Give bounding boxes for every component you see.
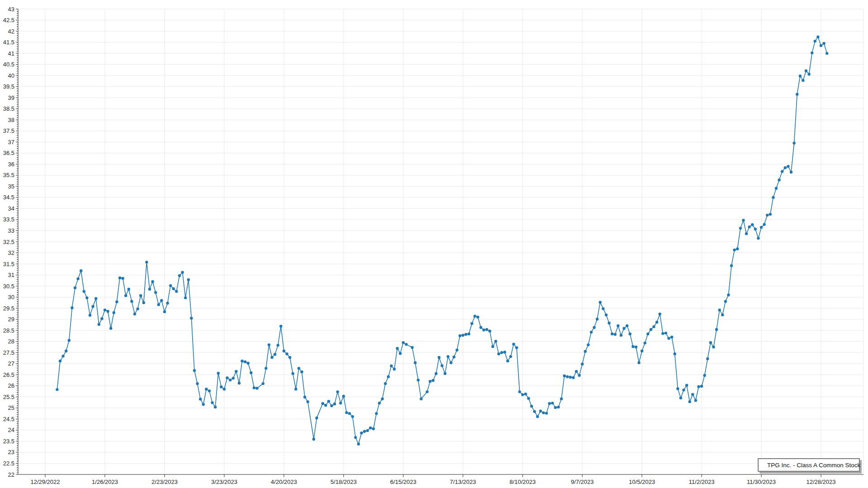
svg-text:11/30/2023: 11/30/2023 [747, 479, 776, 485]
svg-text:41: 41 [8, 50, 14, 57]
price-series-line [57, 37, 827, 444]
svg-text:11/2/2023: 11/2/2023 [689, 479, 715, 485]
legend-label: TPG Inc. - Class A Common Stock [767, 462, 860, 469]
y-axis-ticks [16, 9, 18, 474]
y-axis-labels: 4342.54241.54140.54039.53938.53837.53736… [3, 6, 14, 478]
svg-text:28: 28 [8, 338, 14, 345]
svg-text:24: 24 [8, 427, 14, 433]
svg-text:25.5: 25.5 [3, 394, 14, 400]
svg-text:34: 34 [8, 205, 14, 212]
svg-text:29.5: 29.5 [3, 305, 14, 312]
svg-text:31.5: 31.5 [3, 261, 14, 267]
svg-text:1/26/2023: 1/26/2023 [92, 479, 118, 485]
svg-text:36.5: 36.5 [3, 150, 14, 156]
svg-text:27.5: 27.5 [3, 349, 14, 356]
svg-text:22: 22 [8, 471, 14, 478]
svg-text:24.5: 24.5 [3, 416, 14, 422]
legend-box[interactable]: TPG Inc. - Class A Common Stock [758, 458, 860, 472]
svg-text:30.5: 30.5 [3, 283, 14, 290]
svg-text:33.5: 33.5 [3, 216, 14, 223]
svg-text:32.5: 32.5 [3, 239, 14, 245]
svg-text:3/23/2023: 3/23/2023 [211, 479, 237, 485]
svg-text:31: 31 [8, 272, 14, 278]
svg-text:12/28/2023: 12/28/2023 [806, 479, 835, 485]
svg-text:43: 43 [8, 6, 14, 13]
svg-text:32: 32 [8, 249, 14, 256]
svg-text:42.5: 42.5 [3, 17, 14, 23]
svg-text:42: 42 [8, 28, 14, 35]
svg-text:8/10/2023: 8/10/2023 [509, 479, 536, 485]
svg-text:40: 40 [8, 72, 14, 79]
svg-text:40.5: 40.5 [3, 61, 14, 68]
svg-text:36: 36 [8, 161, 14, 168]
svg-text:38: 38 [8, 117, 14, 123]
svg-text:25: 25 [8, 404, 14, 411]
svg-text:10/5/2023: 10/5/2023 [629, 479, 655, 485]
horizontal-gridlines [18, 9, 863, 463]
svg-text:34.5: 34.5 [3, 194, 14, 201]
svg-text:35.5: 35.5 [3, 172, 14, 178]
x-axis-ticks [45, 474, 821, 477]
svg-text:2/23/2023: 2/23/2023 [151, 479, 178, 485]
chart-window: 4342.54241.54140.54039.53938.53837.53736… [0, 0, 868, 488]
svg-text:30: 30 [8, 294, 14, 300]
svg-text:23.5: 23.5 [3, 438, 14, 445]
svg-text:26: 26 [8, 382, 14, 389]
svg-text:38.5: 38.5 [3, 105, 14, 112]
svg-text:5/18/2023: 5/18/2023 [330, 479, 357, 485]
svg-text:35: 35 [8, 183, 14, 190]
svg-text:28.5: 28.5 [3, 327, 14, 334]
svg-text:7/13/2023: 7/13/2023 [450, 479, 476, 485]
svg-text:6/15/2023: 6/15/2023 [390, 479, 416, 485]
svg-text:29: 29 [8, 316, 14, 323]
svg-text:39.5: 39.5 [3, 83, 14, 90]
svg-text:33: 33 [8, 227, 14, 234]
price-series-markers [56, 36, 828, 446]
svg-text:27: 27 [8, 360, 14, 367]
svg-text:37: 37 [8, 139, 14, 145]
svg-text:9/7/2023: 9/7/2023 [571, 479, 594, 485]
x-axis-labels: 12/29/20221/26/20232/23/20233/23/20234/2… [30, 479, 835, 485]
svg-text:23: 23 [8, 449, 14, 455]
svg-text:22.5: 22.5 [3, 460, 14, 467]
svg-text:41.5: 41.5 [3, 39, 14, 46]
svg-text:39: 39 [8, 94, 14, 101]
svg-text:26.5: 26.5 [3, 371, 14, 378]
svg-text:37.5: 37.5 [3, 127, 14, 134]
svg-text:12/29/2022: 12/29/2022 [30, 479, 60, 485]
stock-chart-canvas[interactable]: 4342.54241.54140.54039.53938.53837.53736… [0, 0, 868, 488]
svg-text:4/20/2023: 4/20/2023 [271, 479, 297, 485]
